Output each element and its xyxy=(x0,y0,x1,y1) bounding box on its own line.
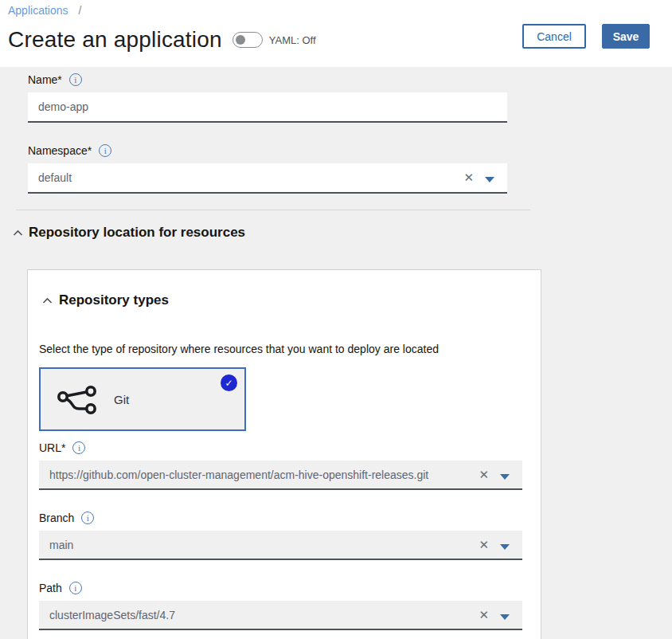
clear-icon[interactable]: ✕ xyxy=(479,608,489,622)
name-input[interactable] xyxy=(28,92,507,123)
breadcrumb-link-applications[interactable]: Applications xyxy=(8,4,68,17)
name-label: Name* xyxy=(28,73,62,86)
chevron-up-icon xyxy=(42,297,53,304)
namespace-input[interactable] xyxy=(28,163,507,194)
save-button[interactable]: Save xyxy=(602,24,650,49)
namespace-field-group: Namespace* i ✕ xyxy=(28,144,672,194)
git-branch-icon xyxy=(57,385,98,414)
chevron-down-icon[interactable] xyxy=(500,544,510,550)
card-title: Repository types xyxy=(59,292,169,308)
clear-icon[interactable]: ✕ xyxy=(479,538,489,552)
branch-field-group: Branch i ✕ xyxy=(39,512,529,560)
branch-label: Branch xyxy=(39,512,74,524)
git-repository-tile[interactable]: Git ✓ xyxy=(39,367,246,431)
name-field-group: Name* i xyxy=(28,73,672,123)
section-divider xyxy=(16,210,530,210)
path-input[interactable] xyxy=(39,601,522,630)
page-title: Create an application xyxy=(8,27,222,53)
breadcrumb: Applications / xyxy=(8,4,672,17)
breadcrumb-separator: / xyxy=(79,4,82,17)
chevron-down-icon[interactable] xyxy=(500,474,510,480)
path-label: Path xyxy=(39,582,62,594)
repository-types-header[interactable]: Repository types xyxy=(42,292,529,308)
clear-icon[interactable]: ✕ xyxy=(479,468,489,482)
chevron-down-icon[interactable] xyxy=(500,614,510,620)
card-description: Select the type of repository where reso… xyxy=(39,343,529,355)
namespace-label: Namespace* xyxy=(28,144,92,157)
section-repository-location[interactable]: Repository location for resources xyxy=(13,225,672,241)
branch-input[interactable] xyxy=(39,531,522,560)
cancel-button[interactable]: Cancel xyxy=(522,24,586,49)
chevron-up-icon xyxy=(13,229,23,237)
path-field-group: Path i ✕ xyxy=(39,582,529,630)
info-icon[interactable]: i xyxy=(69,73,82,86)
create-application-form: Name* i Namespace* i ✕ Repository locati… xyxy=(0,67,672,639)
selected-check-icon: ✓ xyxy=(221,374,237,391)
info-icon[interactable]: i xyxy=(69,582,82,594)
yaml-toggle-knob-icon xyxy=(236,35,245,45)
yaml-toggle-label: YAML: Off xyxy=(269,34,316,46)
page-header: Applications / Create an application YAM… xyxy=(0,0,672,67)
repository-types-card: Repository types Select the type of repo… xyxy=(27,269,541,639)
url-field-group: URL* i ✕ xyxy=(39,441,529,490)
git-tile-label: Git xyxy=(114,393,129,406)
info-icon[interactable]: i xyxy=(72,441,85,454)
url-input[interactable] xyxy=(39,461,522,490)
chevron-down-icon[interactable] xyxy=(485,177,494,182)
info-icon[interactable]: i xyxy=(81,512,94,524)
info-icon[interactable]: i xyxy=(99,144,111,157)
clear-icon[interactable]: ✕ xyxy=(463,171,474,185)
header-actions: Cancel Save xyxy=(522,24,650,49)
url-label: URL* xyxy=(39,441,65,454)
section-title: Repository location for resources xyxy=(29,225,245,241)
yaml-toggle[interactable] xyxy=(232,32,263,48)
